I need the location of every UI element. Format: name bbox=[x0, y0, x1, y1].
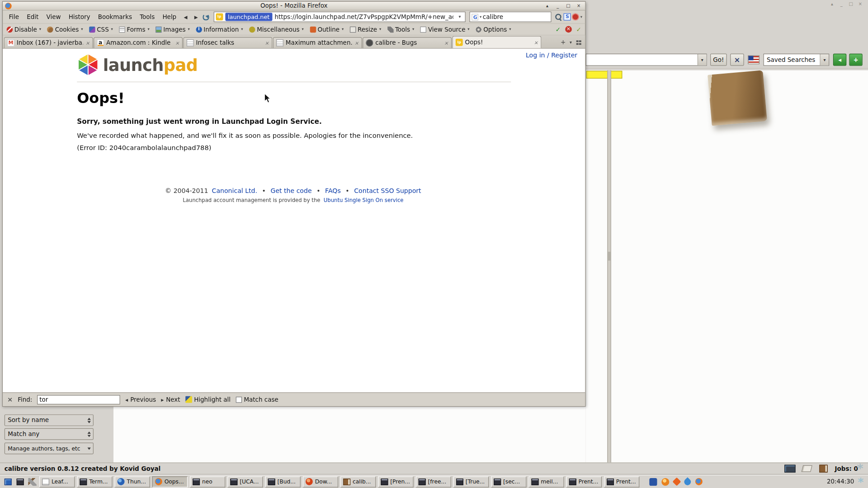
find-next-button[interactable]: Next bbox=[161, 396, 180, 403]
taskbar-button-calibre[interactable]: calib... bbox=[340, 476, 376, 487]
list-all-tabs-button[interactable] bbox=[570, 39, 572, 45]
taskbar-button-leafpad[interactable]: Leaf... bbox=[39, 476, 75, 487]
taskbar-button-true[interactable]: [True... bbox=[453, 476, 489, 487]
launcher-tool-icon[interactable] bbox=[27, 477, 37, 487]
taskbar-button-free[interactable]: [free... bbox=[416, 476, 451, 487]
webdev-outline[interactable]: Outline bbox=[310, 26, 344, 33]
tray-drop-icon[interactable] bbox=[683, 477, 692, 487]
save-search-button[interactable] bbox=[849, 54, 862, 66]
match-dropdown[interactable]: Match any bbox=[5, 428, 94, 440]
tray-orange-icon[interactable] bbox=[661, 478, 669, 485]
webdev-disable[interactable]: Disable bbox=[7, 26, 41, 33]
search-bar[interactable] bbox=[470, 12, 552, 22]
flag-icon[interactable] bbox=[748, 55, 760, 64]
tray-firefox-icon[interactable] bbox=[695, 478, 703, 485]
login-register-link[interactable]: Log in / Register bbox=[526, 52, 577, 59]
tab-groups-button[interactable] bbox=[576, 40, 581, 45]
webdev-information[interactable]: Information bbox=[196, 26, 243, 33]
tab-close-icon[interactable] bbox=[85, 40, 90, 46]
adblock-icon[interactable] bbox=[572, 13, 579, 20]
get-the-code-link[interactable]: Get the code bbox=[270, 187, 311, 195]
dropdown-arrow-icon[interactable] bbox=[698, 54, 707, 65]
menu-tools[interactable]: Tools bbox=[137, 11, 158, 23]
manage-authors-dropdown[interactable]: Manage authors, tags, etc bbox=[5, 443, 94, 455]
reload-button[interactable] bbox=[202, 13, 209, 21]
calibre-minimize-button[interactable] bbox=[838, 1, 845, 8]
webdev-css[interactable]: CSS bbox=[89, 26, 113, 33]
render-mode-icon[interactable] bbox=[576, 26, 581, 33]
tag-browser-toggle-icon[interactable] bbox=[801, 465, 812, 472]
tab-close-icon[interactable] bbox=[265, 40, 269, 46]
url-bar[interactable]: launchpad.net https://login.launchpad.ne… bbox=[213, 12, 466, 22]
back-button[interactable] bbox=[181, 13, 190, 21]
webdev-tools[interactable]: Tools bbox=[387, 26, 415, 33]
new-tab-button[interactable] bbox=[561, 39, 566, 45]
ubuntu-sso-link[interactable]: Ubuntu Single Sign On service bbox=[324, 197, 404, 203]
scrapbook-icon[interactable] bbox=[564, 13, 571, 20]
webdev-images[interactable]: Images bbox=[156, 26, 190, 33]
taskbar-button-sec[interactable]: [sec... bbox=[491, 476, 526, 487]
tab-oops[interactable]: Oops! bbox=[452, 36, 541, 48]
menu-bookmarks[interactable]: Bookmarks bbox=[94, 11, 135, 23]
tab-close-icon[interactable] bbox=[175, 40, 179, 46]
shade-button[interactable] bbox=[543, 3, 551, 9]
jobs-indicator[interactable]: Jobs: 0 bbox=[835, 465, 858, 473]
tab-maximum-attachment[interactable]: Maximum attachmen... bbox=[273, 37, 362, 48]
menu-help[interactable]: Help bbox=[159, 11, 179, 23]
urlbar-dropdown-icon[interactable] bbox=[456, 14, 463, 19]
find-input[interactable] bbox=[37, 395, 120, 404]
taskbar-button-bud[interactable]: [Bud... bbox=[265, 476, 301, 487]
calibre-close-button[interactable] bbox=[856, 1, 864, 8]
jobs-spinner-icon[interactable] bbox=[857, 464, 863, 473]
menu-history[interactable]: History bbox=[65, 11, 94, 23]
book-list-scrollbar[interactable] bbox=[607, 70, 611, 463]
webdev-cookies[interactable]: Cookies bbox=[47, 26, 83, 33]
webdev-forms[interactable]: Forms bbox=[119, 26, 149, 33]
webdev-options[interactable]: Options bbox=[476, 26, 511, 33]
calibre-shade-button[interactable] bbox=[828, 1, 836, 8]
taskbar-button-meil[interactable]: meil... bbox=[528, 476, 564, 487]
tab-calibre-bugs[interactable]: calibre - Bugs bbox=[363, 37, 452, 48]
sort-by-dropdown[interactable]: Sort by name bbox=[5, 414, 94, 426]
engine-dropdown-icon[interactable] bbox=[480, 14, 481, 19]
tab-inbox[interactable]: Inbox (167) - javierba... bbox=[4, 37, 93, 48]
forward-button[interactable] bbox=[191, 13, 201, 21]
dropdown-arrow-icon[interactable] bbox=[820, 54, 829, 65]
url-text[interactable]: https://login.launchpad.net/Z7vPspgpK2VM… bbox=[274, 13, 453, 20]
google-engine-icon[interactable] bbox=[472, 14, 479, 20]
taskbar-button-thunderbird[interactable]: Thun... bbox=[114, 476, 150, 487]
toolbar-overflow-icon[interactable] bbox=[580, 14, 582, 19]
taskbar-button-download[interactable]: Dow... bbox=[303, 476, 338, 487]
faqs-link[interactable]: FAQs bbox=[325, 187, 341, 195]
calibre-maximize-button[interactable] bbox=[847, 1, 854, 8]
taskbar-button-firefox-oops[interactable]: Oops... bbox=[152, 476, 188, 487]
taskbar-button-prent-1[interactable]: Prent... bbox=[566, 476, 602, 487]
launcher-terminal-icon[interactable] bbox=[15, 477, 25, 487]
domain-badge[interactable]: launchpad.net bbox=[225, 13, 273, 21]
launcher-desktop-icon[interactable] bbox=[3, 477, 13, 487]
search-go-icon[interactable] bbox=[555, 13, 563, 21]
webdev-resize[interactable]: Resize bbox=[350, 26, 382, 33]
search-input[interactable] bbox=[483, 13, 550, 20]
maximize-button[interactable] bbox=[564, 3, 572, 9]
weather-snowflake-icon[interactable] bbox=[856, 478, 865, 485]
menu-edit[interactable]: Edit bbox=[24, 11, 42, 23]
cover-grid-toggle-icon[interactable] bbox=[784, 465, 795, 473]
scrollbar-thumb[interactable] bbox=[608, 252, 610, 261]
webdev-miscellaneous[interactable]: Miscellaneous bbox=[249, 26, 304, 33]
contact-sso-link[interactable]: Contact SSO Support bbox=[354, 187, 421, 195]
close-button[interactable] bbox=[575, 3, 583, 9]
book-details-toggle-icon[interactable] bbox=[819, 465, 827, 473]
firefox-titlebar[interactable]: Oops! - Mozilla Firefox bbox=[3, 2, 585, 11]
minimize-button[interactable] bbox=[553, 3, 561, 9]
menu-view[interactable]: View bbox=[43, 11, 64, 23]
findbar-close-icon[interactable] bbox=[7, 396, 13, 404]
menu-file[interactable]: File bbox=[5, 11, 22, 23]
webdev-view-source[interactable]: View Source bbox=[420, 26, 470, 33]
calibre-clear-search-button[interactable] bbox=[730, 54, 744, 66]
tab-close-icon[interactable] bbox=[534, 40, 538, 45]
stepper-icon[interactable] bbox=[85, 415, 93, 425]
tray-diamond-icon[interactable] bbox=[672, 477, 681, 486]
calibre-go-button[interactable]: Go! bbox=[710, 54, 727, 66]
highlight-all-button[interactable]: Highlight all bbox=[185, 396, 231, 403]
